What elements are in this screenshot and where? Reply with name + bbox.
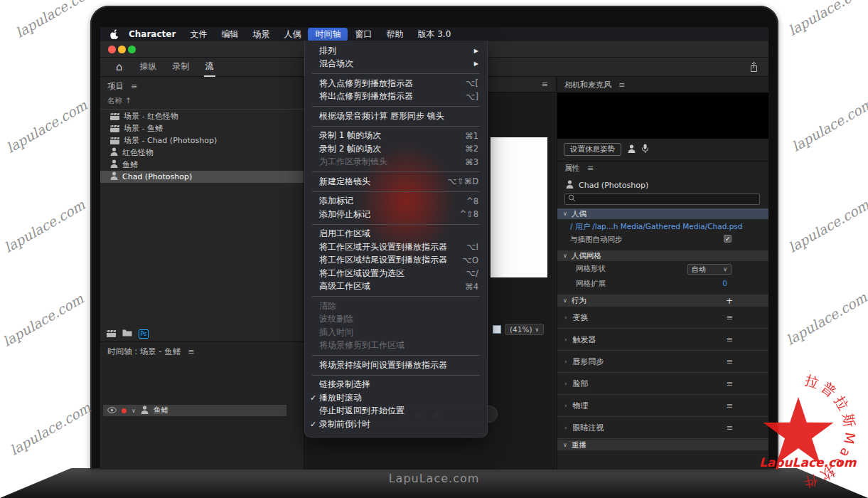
name-column-label: 名称 (107, 96, 122, 106)
new-scene-icon[interactable] (107, 330, 116, 337)
section-mesh[interactable]: ∨ 人偶网格 (557, 250, 768, 261)
mesh-shape-dropdown[interactable]: 自动 ∨ (687, 264, 732, 275)
menu-item[interactable]: ✓播放时滚动 (305, 391, 487, 405)
behavior-menu-icon[interactable]: ≡ (727, 423, 733, 433)
menu-item[interactable]: 排列▶ (305, 44, 487, 58)
chevron-right-icon[interactable]: › (564, 402, 567, 409)
panel-menu-icon[interactable]: ≡ (618, 80, 625, 90)
home-icon[interactable]: ⌂ (116, 60, 123, 73)
menu-item[interactable]: 新建定格镜头⌥⇧⌘D (305, 175, 487, 189)
section-replay[interactable]: ∨ 重播 (557, 440, 768, 450)
menu-item[interactable]: 将工作区域开头设置到播放指示器⌥I (305, 240, 487, 254)
apple-logo-icon[interactable] (110, 29, 119, 39)
edge-watermark: lapulace.com (7, 399, 93, 458)
menu-item: 将场景修剪到工作区域 (305, 339, 487, 353)
behavior-row[interactable]: ›物理≡ (557, 395, 768, 417)
menu-shortcut: ⌘4 (465, 282, 478, 292)
mesh-expand-value[interactable]: 0 (722, 279, 727, 287)
menu-item[interactable]: 启用工作区域 (305, 228, 487, 241)
chevron-down-icon[interactable]: ∨ (132, 408, 136, 414)
workspace-tab[interactable]: 录制 (171, 57, 191, 77)
behavior-row[interactable]: ›眼睛注视≡ (557, 417, 768, 439)
microphone-icon[interactable] (642, 144, 648, 155)
menu-shortcut: ⌥/ (466, 268, 478, 278)
visibility-eye-icon[interactable] (107, 406, 117, 415)
zoom-button[interactable] (128, 46, 136, 53)
menu-item[interactable]: 将场景持续时间设置到播放指示器 (305, 359, 487, 372)
share-icon[interactable] (749, 62, 759, 75)
menubar-item[interactable]: 文件 (183, 28, 214, 41)
menu-item[interactable]: 添加停止标记^⇧8 (305, 208, 487, 221)
project-item[interactable]: 场景 - 鱼鳍 (100, 122, 304, 134)
artwork-swatch-icon[interactable] (493, 325, 501, 334)
zoom-dropdown[interactable]: (41%) ∨ (505, 324, 544, 335)
project-item[interactable]: 场景 - 红色怪物 (100, 110, 304, 122)
chevron-right-icon[interactable]: › (564, 336, 567, 343)
workspace-tab[interactable]: 流 (204, 57, 215, 77)
menu-item[interactable]: 录制 1 帧的场次⌘1 (305, 129, 487, 143)
panel-menu-icon[interactable]: ≡ (188, 347, 194, 356)
menu-item[interactable]: 将出点修剪到播放指示器⌥] (305, 90, 487, 104)
chevron-right-icon[interactable]: › (564, 380, 567, 387)
menubar-item[interactable]: 人偶 (277, 28, 308, 41)
project-item[interactable]: 鱼鳍 (100, 159, 304, 171)
menu-item[interactable]: 添加标记^8 (305, 195, 487, 208)
behavior-row[interactable]: ›触发器≡ (557, 329, 768, 351)
puppet-name-row[interactable]: Chad (Photoshop) (557, 179, 768, 191)
auto-sync-checkbox[interactable]: ✓ (724, 235, 732, 243)
search-input[interactable] (564, 194, 760, 205)
behavior-menu-icon[interactable]: ≡ (727, 357, 733, 366)
menubar-item[interactable]: 帮助 (379, 28, 410, 41)
menu-item[interactable]: 根据场景音频计算 唇形同步 镜头 (305, 110, 487, 123)
menu-item[interactable]: 停止时返回到开始位置 (305, 405, 487, 418)
menubar-item[interactable]: 窗口 (348, 28, 379, 41)
calibrate-person-icon[interactable] (628, 144, 636, 155)
behavior-menu-icon[interactable]: ≡ (727, 379, 733, 388)
behavior-menu-icon[interactable]: ≡ (727, 313, 733, 322)
project-item[interactable]: 红色怪物 (100, 147, 304, 159)
behavior-row[interactable]: ›唇形同步≡ (557, 351, 768, 373)
timeline-title: 时间轴 : 场景 - 鱼鳍 (107, 346, 181, 357)
scene-icon (110, 137, 119, 144)
project-item[interactable]: 场景 - Chad (Photoshop) (100, 134, 304, 147)
behavior-menu-icon[interactable]: ≡ (727, 335, 733, 344)
chevron-right-icon[interactable]: › (564, 358, 567, 365)
menu-item[interactable]: 录制 2 帧的场次⌘2 (305, 142, 487, 156)
name-column-header[interactable]: 名称 ↑ (100, 95, 304, 110)
timeline-track[interactable]: ∨ 鱼鳍 (103, 405, 286, 416)
set-rest-pose-button[interactable]: 设置休息姿势 (564, 143, 621, 156)
behavior-row[interactable]: ›变换≡ (557, 307, 768, 329)
chevron-right-icon[interactable]: › (564, 424, 567, 431)
panel-menu-icon[interactable]: ≡ (587, 164, 594, 173)
workspace-tab[interactable]: 操纵 (139, 57, 159, 77)
behavior-row[interactable]: ›脸部≡ (557, 373, 768, 395)
menubar-item[interactable]: 场景 (245, 28, 277, 41)
behavior-menu-icon[interactable]: ≡ (727, 401, 733, 410)
photoshop-icon[interactable]: Ps (139, 329, 149, 339)
close-button[interactable] (108, 46, 116, 53)
app-name[interactable]: Character (122, 28, 183, 40)
chevron-right-icon[interactable]: › (564, 314, 567, 321)
project-item-label: 场景 - 红色怪物 (124, 111, 178, 122)
section-behaviors[interactable]: ∨ 行为 + (557, 295, 768, 307)
minimize-button[interactable] (118, 46, 126, 53)
record-dot-icon[interactable] (122, 408, 127, 413)
menu-item[interactable]: ✓录制前倒计时 (305, 418, 487, 431)
menubar-item[interactable]: 版本 3.0 (410, 28, 458, 41)
scene-canvas[interactable] (491, 137, 547, 277)
menu-item[interactable]: 高级工作区域⌘4 (305, 280, 487, 294)
menubar-item[interactable]: 编辑 (214, 28, 245, 41)
menu-item[interactable]: 将入点修剪到播放指示器⌥[ (305, 77, 487, 90)
menu-item[interactable]: 将工作区域设置为选区⌥/ (305, 267, 487, 280)
menu-item[interactable]: 将工作区域结尾设置到播放指示器⌥O (305, 254, 487, 267)
panel-menu-icon[interactable]: ≡ (542, 80, 548, 89)
new-folder-icon[interactable] (122, 329, 132, 339)
add-behavior-button[interactable]: + (726, 296, 733, 306)
project-item[interactable]: Chad (Photoshop) (100, 171, 304, 183)
menu-item[interactable]: 混合场次▶ (305, 58, 487, 71)
section-puppet[interactable]: ∨ 人偶 (557, 208, 768, 219)
source-file-link[interactable]: / 用户 /lap...h Media/Gathered Media/Chad.… (570, 222, 764, 233)
menu-item[interactable]: 链接录制选择 (305, 378, 487, 392)
panel-menu-icon[interactable]: ≡ (131, 82, 137, 91)
menubar-item[interactable]: 时间轴 (308, 28, 348, 41)
